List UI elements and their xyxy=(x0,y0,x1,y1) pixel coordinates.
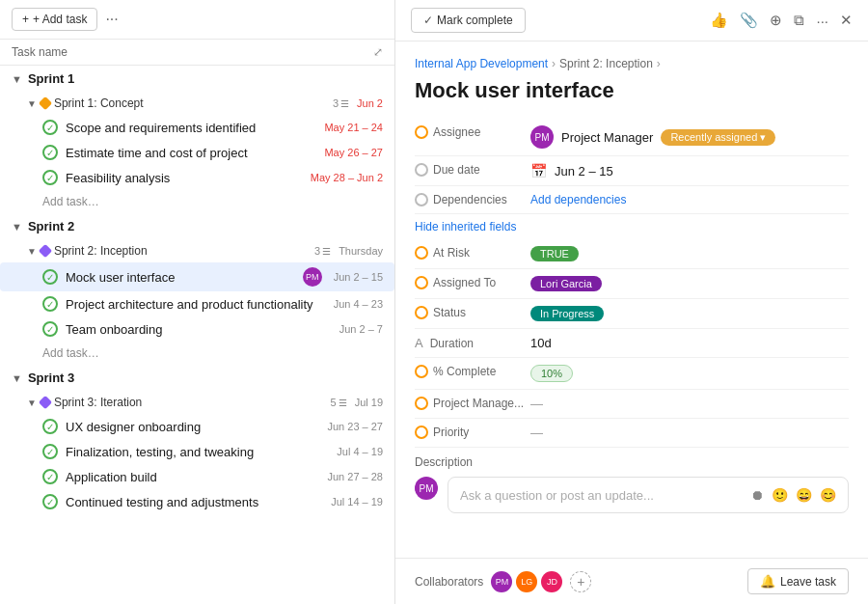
assigned-to-field: Assigned To Lori Garcia xyxy=(415,269,849,299)
task-complete-icon[interactable]: ✓ xyxy=(42,444,58,459)
task-name: Application build xyxy=(66,470,320,484)
avatar: PM xyxy=(415,477,438,500)
emoji-smile-icon[interactable]: 🙂 xyxy=(772,487,788,503)
milestone-icon xyxy=(39,96,52,110)
add-task-link[interactable]: Add task… xyxy=(0,190,394,213)
leave-task-label: Leave task xyxy=(780,575,836,589)
sprint3-iteration-date: Jul 19 xyxy=(355,397,383,408)
task-name: Estimate time and cost of project xyxy=(66,146,316,160)
hide-fields-toggle[interactable]: Hide inherited fields xyxy=(415,214,849,239)
breadcrumb-parent[interactable]: Internal App Development xyxy=(415,57,548,70)
sprint1-section[interactable]: ▼ Sprint 1 xyxy=(0,66,394,92)
expand-icon[interactable]: ⤢ xyxy=(373,45,383,59)
sprint2-section[interactable]: ▼ Sprint 2 xyxy=(0,213,394,239)
comment-area: PM Ask a question or post an update... ⏺… xyxy=(415,477,849,513)
table-row[interactable]: ✓ Project architecture and product funct… xyxy=(0,291,394,316)
table-row[interactable]: ✓ Finalization, testing, and tweaking Ju… xyxy=(0,439,394,464)
task-complete-icon[interactable]: ✓ xyxy=(42,296,58,312)
table-row[interactable]: ✓ Team onboarding Jun 2 – 7 xyxy=(0,316,394,342)
sprint3-iteration-count: 5 ☰ xyxy=(331,397,347,408)
sprint2-inception-label: Sprint 2: Inception xyxy=(54,244,309,258)
percent-complete-field: % Complete 10% xyxy=(415,358,849,390)
dependencies-field: Dependencies Add dependencies xyxy=(415,186,849,214)
field-dot-icon xyxy=(415,397,428,410)
copy-icon[interactable]: ⧉ xyxy=(794,12,804,29)
recently-assigned-badge[interactable]: Recently assigned ▾ xyxy=(661,129,775,146)
sprint3-iteration-section[interactable]: ▼ Sprint 3: Iteration 5 ☰ Jul 19 xyxy=(0,391,394,414)
attachment-icon[interactable]: 📎 xyxy=(740,12,758,29)
status-label: Status xyxy=(415,306,530,319)
field-dot-icon xyxy=(415,426,428,439)
chevron-down-icon: ▼ xyxy=(27,398,37,408)
mark-complete-label: Mark complete xyxy=(437,14,513,27)
task-complete-icon[interactable]: ✓ xyxy=(42,269,58,285)
table-row[interactable]: ✓ Continued testing and adjustments Jul … xyxy=(0,489,394,514)
table-row[interactable]: ✓ Feasibility analysis May 28 – Jun 2 xyxy=(0,165,394,190)
table-row[interactable]: ✓ Mock user interface PM Jun 2 – 15 xyxy=(0,262,394,291)
table-row[interactable]: ✓ Application build Jun 27 – 28 xyxy=(0,464,394,489)
duration-value[interactable]: 10d xyxy=(530,336,849,350)
percent-value[interactable]: 10% xyxy=(530,365,849,382)
task-name: Continued testing and adjustments xyxy=(66,495,323,509)
close-icon[interactable]: ✕ xyxy=(840,12,853,29)
thumbs-up-icon[interactable]: 👍 xyxy=(710,12,728,29)
assignee-value[interactable]: PM Project Manager Recently assigned ▾ xyxy=(530,125,849,149)
dependencies-label: Dependencies xyxy=(415,193,530,206)
emoji-extra-icon[interactable]: 😊 xyxy=(820,487,836,503)
task-complete-icon[interactable]: ✓ xyxy=(42,170,58,185)
breadcrumb-end-arrow: › xyxy=(657,57,661,70)
due-date-text: Jun 2 – 15 xyxy=(555,164,613,178)
record-icon[interactable]: ⏺ xyxy=(750,487,764,503)
percent-badge: 10% xyxy=(530,365,573,382)
add-collaborator-button[interactable]: + xyxy=(570,571,591,592)
leave-task-button[interactable]: 🔔 Leave task xyxy=(747,568,849,594)
field-dot-icon xyxy=(415,306,428,319)
task-complete-icon[interactable]: ✓ xyxy=(42,494,58,509)
add-task-link[interactable]: Add task… xyxy=(0,342,394,365)
milestone-icon xyxy=(39,244,52,258)
bell-icon: 🔔 xyxy=(760,574,775,589)
at-risk-value[interactable]: TRUE xyxy=(530,246,849,261)
due-date-value[interactable]: 📅 Jun 2 – 15 xyxy=(530,163,849,178)
sprint3-section[interactable]: ▼ Sprint 3 xyxy=(0,365,394,391)
add-dependencies-link[interactable]: Add dependencies xyxy=(530,193,626,206)
table-row[interactable]: ✓ Estimate time and cost of project May … xyxy=(0,140,394,165)
dependencies-value: Add dependencies xyxy=(530,193,849,206)
comment-input-field[interactable]: Ask a question or post an update... ⏺ 🙂 … xyxy=(448,477,849,513)
table-row[interactable]: ✓ UX designer onboarding Jun 23 – 27 xyxy=(0,414,394,439)
task-date: May 28 – Jun 2 xyxy=(311,172,383,183)
sprint2-inception-date: Thursday xyxy=(339,245,383,257)
field-dot-icon xyxy=(415,365,428,378)
task-complete-icon[interactable]: ✓ xyxy=(42,120,58,135)
column-header: Task name ⤢ xyxy=(0,40,394,66)
sprint1-concept-section[interactable]: ▼ Sprint 1: Concept 3 ☰ Jun 2 xyxy=(0,92,394,115)
field-dot-icon xyxy=(415,276,428,289)
task-complete-icon[interactable]: ✓ xyxy=(42,419,58,434)
priority-label: Priority xyxy=(415,426,530,439)
more-options-icon[interactable]: ··· xyxy=(816,13,828,29)
breadcrumb-current[interactable]: Sprint 2: Inception xyxy=(559,57,653,70)
assignee-label: Assignee xyxy=(415,125,530,139)
percent-label: % Complete xyxy=(415,365,530,378)
project-manager-dash: — xyxy=(530,397,543,411)
sprint2-inception-section[interactable]: ▼ Sprint 2: Inception 3 ☰ Thursday xyxy=(0,239,394,262)
mark-complete-button[interactable]: ✓ Mark complete xyxy=(411,8,526,33)
assigned-to-value[interactable]: Lori Garcia xyxy=(530,276,849,291)
task-complete-icon[interactable]: ✓ xyxy=(42,145,58,160)
priority-value[interactable]: — xyxy=(530,426,849,440)
project-manager-value[interactable]: — xyxy=(530,397,849,411)
at-risk-label: At Risk xyxy=(415,246,530,260)
more-options-button[interactable]: ··· xyxy=(105,11,118,28)
task-complete-icon[interactable]: ✓ xyxy=(42,321,58,337)
emoji-star-icon[interactable]: 😄 xyxy=(796,487,812,503)
avatar: PM xyxy=(303,267,322,287)
chevron-down-icon: ▼ xyxy=(27,98,37,109)
status-badge: In Progress xyxy=(530,306,604,321)
assigned-to-badge: Lori Garcia xyxy=(530,276,602,291)
task-complete-icon[interactable]: ✓ xyxy=(42,469,58,484)
table-row[interactable]: ✓ Scope and requirements identified May … xyxy=(0,115,394,140)
task-date: May 21 – 24 xyxy=(324,122,383,133)
add-task-button[interactable]: + + Add task xyxy=(12,8,97,31)
status-value[interactable]: In Progress xyxy=(530,306,849,321)
add-subtask-icon[interactable]: ⊕ xyxy=(770,12,782,29)
